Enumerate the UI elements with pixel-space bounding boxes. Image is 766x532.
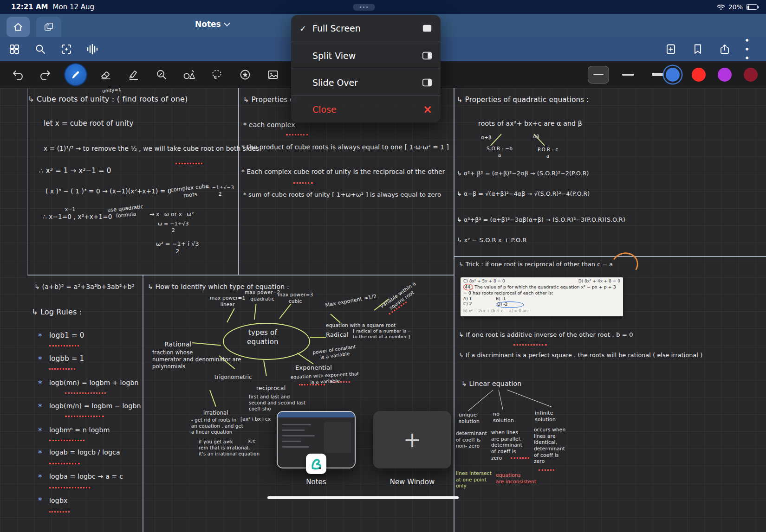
ink-stroke <box>49 487 90 488</box>
lasso-select-tool[interactable] <box>209 66 226 83</box>
ink-stroke <box>310 337 326 338</box>
more-options-icon[interactable]: • • • <box>745 42 759 56</box>
menu-item-full-screen[interactable]: ✓ Full Screen <box>291 15 441 42</box>
handwritten-note: lines intersect at one point only <box>456 470 492 489</box>
ipad-screen: 12:21 AM Mon 12 Aug ••• 20% Notes <box>0 0 766 532</box>
ink-stroke <box>511 457 529 459</box>
battery-percent: 20% <box>728 3 743 11</box>
split-view-icon <box>422 51 432 60</box>
wifi-icon <box>717 4 725 10</box>
ink-stroke <box>209 390 216 407</box>
question-number: 44. <box>463 284 473 290</box>
handwritten-note: ↳ Log Rules : <box>32 308 82 317</box>
handwritten-note: Rational <box>164 340 192 348</box>
audio-waveform-icon[interactable] <box>85 42 99 56</box>
notebook-title[interactable]: Notes <box>195 19 229 29</box>
handwritten-note: - get rid of roots in an equation , and … <box>191 417 243 435</box>
ink-stroke <box>533 134 545 146</box>
handwritten-note: equation with a square root <box>326 322 396 329</box>
ink-stroke <box>49 463 80 464</box>
handwritten-note: ∴ x³ = 1 → x³−1 = 0 <box>39 167 111 176</box>
handwritten-note: * <box>38 495 42 506</box>
ink-stroke <box>490 134 502 146</box>
window-label-new: New Window <box>373 478 451 486</box>
thickness-group <box>588 66 669 83</box>
ink-stroke <box>374 299 389 311</box>
search-icon[interactable] <box>33 42 47 56</box>
handwritten-note: = −1±√−3 2 <box>206 185 234 197</box>
question-fragment: b) x² − 2cx + (b + c − a) = 0 are <box>463 308 620 314</box>
menu-item-split-view[interactable]: Split View <box>291 42 441 69</box>
ink-stroke <box>330 314 340 323</box>
handwritten-note: [ax²+bx+cx <box>240 416 271 423</box>
handwritten-note: max power=2 quadratic <box>245 289 280 302</box>
handwritten-note: unique solution <box>459 412 480 425</box>
redo-icon[interactable] <box>37 66 54 83</box>
ink-stroke <box>49 345 79 346</box>
pen-tool[interactable] <box>65 64 86 85</box>
handwritten-note: let x = cube root of unity <box>44 119 134 128</box>
thickness-medium-button[interactable] <box>617 66 639 83</box>
handwritten-note: ∴ x−1=0 , x²+x+1=0 <box>43 213 112 221</box>
handwritten-note: complex cube roots <box>170 183 210 200</box>
checkmark-icon: ✓ <box>299 24 312 33</box>
ink-stroke <box>175 163 202 164</box>
add-page-icon[interactable] <box>664 42 678 56</box>
handwritten-note: * <box>38 354 42 365</box>
color-swatch-3[interactable] <box>744 68 758 82</box>
multitask-menu: ✓ Full Screen Split View Slide Over Clos… <box>291 15 441 122</box>
handwritten-note: when lines are parallel. determinant of … <box>491 429 522 461</box>
new-window-button[interactable]: + <box>373 411 451 468</box>
window-switcher-icon <box>44 22 54 32</box>
ink-stroke <box>539 469 554 471</box>
handwritten-note: S.O.R : −b a <box>487 146 513 158</box>
zoom-window-tool[interactable] <box>153 66 170 83</box>
ink-stroke <box>513 344 547 346</box>
handwritten-note: * sum of cube roots of unity [ 1+ω+ω² ] … <box>243 191 441 199</box>
pasted-question-image[interactable]: C) 8x² + 5x + 8 = 0 D) 8x² + 4x + 8 = 0 … <box>461 277 623 316</box>
color-swatch-2[interactable] <box>718 68 732 82</box>
handwritten-note: Radical <box>326 331 349 339</box>
share-icon[interactable] <box>718 42 732 56</box>
handwritten-note: max power=3 cubic <box>278 292 313 304</box>
ink-stroke <box>65 416 104 417</box>
photo-tool[interactable] <box>265 66 281 83</box>
handwritten-note: logb1 = 0 <box>49 331 84 340</box>
color-swatch-1[interactable] <box>692 68 706 82</box>
ink-stroke <box>389 301 407 315</box>
shape-recognition-tool[interactable] <box>181 66 198 83</box>
handwritten-note: logb(mn) = logbm + logbn <box>49 378 139 387</box>
handwritten-note: * <box>38 402 42 412</box>
option-a: A) 1 <box>463 296 482 301</box>
ink-stroke <box>192 342 221 346</box>
option-c: C) 2 <box>463 301 482 308</box>
sticker-tool[interactable] <box>237 66 253 83</box>
multitask-pill[interactable]: ••• <box>353 4 375 11</box>
menu-item-close[interactable]: Close × <box>291 96 441 122</box>
handwritten-note: trigonometric <box>214 374 252 381</box>
eraser-tool[interactable] <box>97 66 114 83</box>
menu-item-slide-over[interactable]: Slide Over <box>291 69 441 96</box>
home-button[interactable] <box>6 17 30 37</box>
highlighter-tool[interactable] <box>125 66 142 83</box>
window-thumbnail-notes[interactable] <box>277 411 356 468</box>
handwritten-note: * Each complex cube root of unity is the… <box>241 168 445 176</box>
handwritten-note: logbmⁿ = n logbm <box>49 426 110 434</box>
color-swatch-0[interactable] <box>666 68 680 82</box>
handwritten-note: * <box>38 472 42 482</box>
apps-grid-icon[interactable] <box>7 42 21 56</box>
smart-capture-icon[interactable] <box>59 42 73 56</box>
bookmark-icon[interactable] <box>691 42 705 56</box>
ink-stroke <box>507 390 552 407</box>
handwritten-note: x=1 <box>65 206 75 213</box>
undo-icon[interactable] <box>9 66 26 83</box>
handwritten-note: ( x )³ − ( 1 )³ = 0 → (x−1)(x²+x+1) = 0 <box>45 187 172 196</box>
handwritten-note: Exponential <box>295 364 332 372</box>
notebook-tab[interactable] <box>36 17 61 37</box>
home-indicator[interactable] <box>267 496 459 499</box>
handwritten-note: ↳ α²+ β² = (α+β)²−2αβ → (S.O.R)²−2(P.O.R… <box>457 170 589 177</box>
handwritten-note: variable within a square root <box>379 280 421 314</box>
ink-stroke <box>299 384 325 385</box>
thickness-thin-button[interactable] <box>588 66 609 83</box>
ink-stroke <box>223 323 310 360</box>
